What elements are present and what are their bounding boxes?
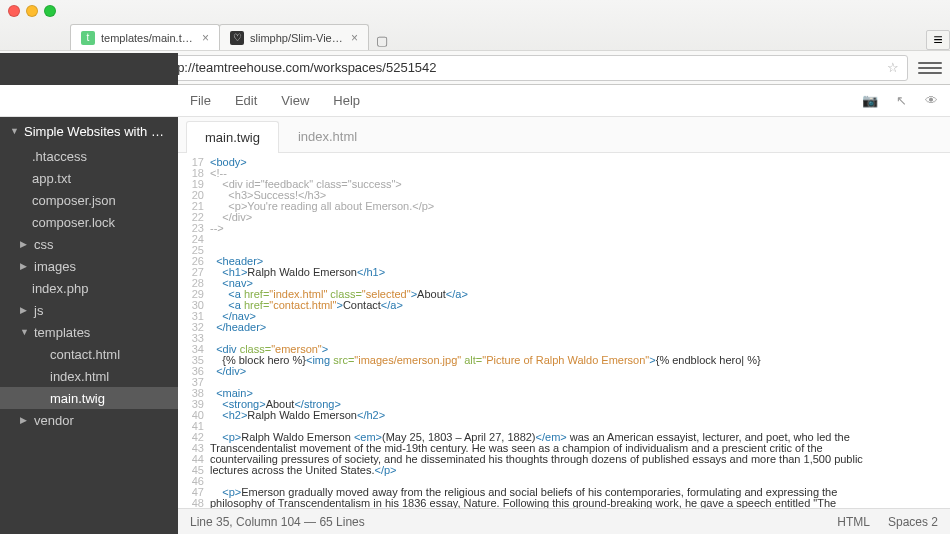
editor-area: main.twig index.html 1718192021222324252… bbox=[178, 117, 950, 534]
folder-vendor[interactable]: ▶vendor bbox=[0, 409, 178, 431]
code-line[interactable]: philosophy of Transcendentalism in his 1… bbox=[210, 498, 950, 508]
preview-eye-icon[interactable]: 👁 bbox=[925, 93, 938, 108]
chevron-down-icon: ▼ bbox=[20, 327, 28, 337]
browser-tab-0[interactable]: t templates/main.twig — Tre × bbox=[70, 24, 220, 50]
folder-css[interactable]: ▶css bbox=[0, 233, 178, 255]
tree-item-label: main.twig bbox=[50, 391, 105, 406]
window-close-button[interactable] bbox=[8, 5, 20, 17]
browser-menu-button[interactable]: ≡ bbox=[926, 30, 950, 50]
code-line[interactable]: lectures across the United States.</p> bbox=[210, 465, 950, 476]
file-composer-lock[interactable]: composer.lock bbox=[0, 211, 178, 233]
tree-item-label: images bbox=[34, 259, 76, 274]
browser-tab-1[interactable]: ♡ slimphp/Slim-Views × bbox=[219, 24, 369, 50]
ide-menubar: File Edit View Help 📷 ↖ 👁 bbox=[0, 85, 950, 117]
menu-file[interactable]: File bbox=[190, 93, 211, 108]
folder-templates[interactable]: ▼templates bbox=[0, 321, 178, 343]
chevron-right-icon: ▶ bbox=[20, 415, 28, 425]
favicon-treehouse-icon: t bbox=[81, 31, 95, 45]
project-root[interactable]: ▼ Simple Websites with P... bbox=[0, 117, 178, 145]
window-minimize-button[interactable] bbox=[26, 5, 38, 17]
code-line[interactable]: <p>You're reading all about Emerson.</p> bbox=[210, 201, 950, 212]
file-app-txt[interactable]: app.txt bbox=[0, 167, 178, 189]
ide-app: File Edit View Help 📷 ↖ 👁 ▼ Simple Websi… bbox=[0, 85, 950, 534]
tree-item-label: .htaccess bbox=[32, 149, 87, 164]
code-content[interactable]: <body><!-- <div id="feedback" class="suc… bbox=[210, 153, 950, 508]
indent-status[interactable]: Spaces 2 bbox=[888, 515, 938, 529]
code-line[interactable]: </nav> bbox=[210, 311, 950, 322]
tree-item-label: composer.json bbox=[32, 193, 116, 208]
window-maximize-button[interactable] bbox=[44, 5, 56, 17]
code-line[interactable] bbox=[210, 234, 950, 245]
chevron-right-icon: ▶ bbox=[20, 261, 28, 271]
browser-tab-title: slimphp/Slim-Views bbox=[250, 32, 345, 44]
code-line[interactable]: </div> bbox=[210, 212, 950, 223]
code-line[interactable] bbox=[210, 245, 950, 256]
menu-edit[interactable]: Edit bbox=[235, 93, 257, 108]
editor-tab-main-twig[interactable]: main.twig bbox=[186, 121, 279, 153]
status-bar: Line 35, Column 104 — 65 Lines HTML Spac… bbox=[178, 508, 950, 534]
syntax-mode-status[interactable]: HTML bbox=[837, 515, 870, 529]
tree-item-label: contact.html bbox=[50, 347, 120, 362]
file-contact-html[interactable]: contact.html bbox=[0, 343, 178, 365]
tab-close-icon[interactable]: × bbox=[351, 31, 358, 45]
code-line[interactable]: <h1>Ralph Waldo Emerson</h1> bbox=[210, 267, 950, 278]
chevron-right-icon: ▶ bbox=[20, 239, 28, 249]
chevron-down-icon: ▼ bbox=[10, 126, 18, 136]
chrome-menu-button[interactable] bbox=[918, 58, 942, 78]
browser-tabbar: t templates/main.twig — Tre × ♡ slimphp/… bbox=[0, 22, 950, 50]
code-line[interactable]: --> bbox=[210, 223, 950, 234]
url-bar[interactable]: 🗋 http://teamtreehouse.com/workspaces/52… bbox=[135, 55, 908, 81]
code-line[interactable]: <a href="contact.html">Contact</a> bbox=[210, 300, 950, 311]
menu-view[interactable]: View bbox=[281, 93, 309, 108]
tree-item-label: vendor bbox=[34, 413, 74, 428]
file-tree-sidebar[interactable]: ▼ Simple Websites with P... .htaccessapp… bbox=[0, 117, 178, 534]
sidebar-topcorner bbox=[0, 53, 178, 85]
tree-item-label: app.txt bbox=[32, 171, 71, 186]
code-line[interactable]: <h2>Ralph Waldo Emerson</h2> bbox=[210, 410, 950, 421]
cursor-icon[interactable]: ↖ bbox=[896, 93, 907, 108]
menu-help[interactable]: Help bbox=[333, 93, 360, 108]
folder-js[interactable]: ▶js bbox=[0, 299, 178, 321]
code-line[interactable]: <body> bbox=[210, 157, 950, 168]
tree-item-label: index.php bbox=[32, 281, 88, 296]
bookmark-star-icon[interactable]: ☆ bbox=[887, 60, 899, 75]
favicon-github-icon: ♡ bbox=[230, 31, 244, 45]
code-line[interactable]: </header> bbox=[210, 322, 950, 333]
code-line[interactable] bbox=[210, 377, 950, 388]
window-titlebar bbox=[0, 0, 950, 22]
tree-item-label: composer.lock bbox=[32, 215, 115, 230]
file-index-html[interactable]: index.html bbox=[0, 365, 178, 387]
new-tab-button[interactable]: ▢ bbox=[372, 30, 392, 50]
folder-images[interactable]: ▶images bbox=[0, 255, 178, 277]
cursor-position-status: Line 35, Column 104 — 65 Lines bbox=[190, 515, 365, 529]
file-composer-json[interactable]: composer.json bbox=[0, 189, 178, 211]
line-gutter: 1718192021222324252627282930313233343536… bbox=[178, 153, 210, 508]
code-line[interactable]: </div> bbox=[210, 366, 950, 377]
tree-item-label: css bbox=[34, 237, 54, 252]
file-main-twig[interactable]: main.twig bbox=[0, 387, 178, 409]
editor-tabbar: main.twig index.html bbox=[178, 117, 950, 153]
browser-tab-title: templates/main.twig — Tre bbox=[101, 32, 196, 44]
camera-icon[interactable]: 📷 bbox=[862, 93, 878, 108]
file-index-php[interactable]: index.php bbox=[0, 277, 178, 299]
code-line[interactable]: {% block hero %}<img src="images/emerson… bbox=[210, 355, 950, 366]
editor-tab-index-html[interactable]: index.html bbox=[279, 120, 376, 152]
file--htaccess[interactable]: .htaccess bbox=[0, 145, 178, 167]
project-root-label: Simple Websites with P... bbox=[24, 124, 168, 139]
code-editor[interactable]: 1718192021222324252627282930313233343536… bbox=[178, 153, 950, 508]
url-text: http://teamtreehouse.com/workspaces/5251… bbox=[163, 60, 437, 75]
chevron-right-icon: ▶ bbox=[20, 305, 28, 315]
workspace: ▼ Simple Websites with P... .htaccessapp… bbox=[0, 117, 950, 534]
tree-item-label: templates bbox=[34, 325, 90, 340]
tab-close-icon[interactable]: × bbox=[202, 31, 209, 45]
tree-item-label: index.html bbox=[50, 369, 109, 384]
tree-item-label: js bbox=[34, 303, 43, 318]
